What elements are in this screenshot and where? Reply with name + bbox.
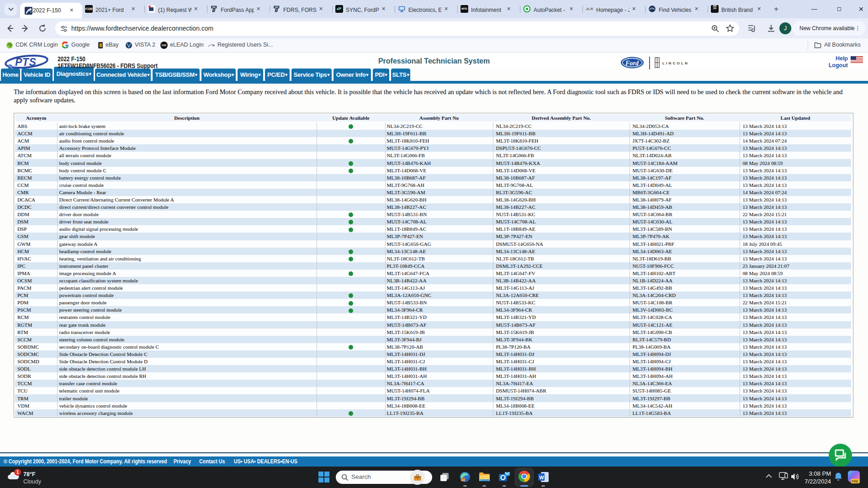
svg-text:PRE: PRE [852,480,858,483]
svg-text:Ford: Ford [625,60,639,67]
svg-text:LINCOLN: LINCOLN [662,61,689,65]
svg-text:W: W [539,475,544,480]
